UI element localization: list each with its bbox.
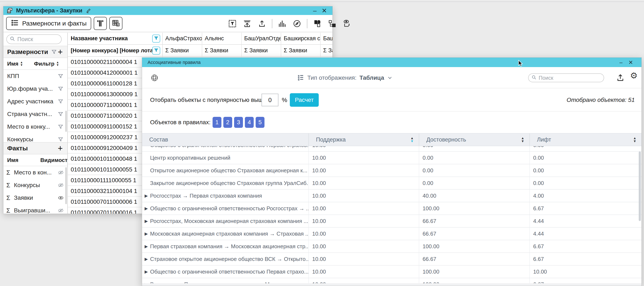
sidebar-search-input[interactable] — [17, 36, 58, 43]
filter-icon[interactable] — [58, 124, 64, 130]
expander-icon[interactable]: ▶ — [144, 193, 148, 198]
add-dimension-button[interactable]: + — [58, 48, 63, 56]
dimension-item[interactable]: КПП — [4, 70, 67, 82]
rule-row[interactable]: ▶ Росгосстрах → Первая страховая компани… — [142, 190, 642, 202]
rule-row[interactable]: ▶ Первая страховая компания → Московская… — [142, 240, 642, 253]
copy-documents-icon[interactable] — [312, 19, 322, 28]
rule-composition-cell[interactable]: ▶ Росгосстрах, Московская акционерная ст… — [142, 215, 308, 227]
measure-column-header[interactable]: Σ Заявки — [163, 45, 202, 57]
dimensions-section-header[interactable]: Размерности + — [4, 46, 67, 58]
rule-row[interactable]: ▶ Общество с ограниченной ответственност… — [142, 266, 642, 278]
column-filter-button[interactable] — [152, 34, 160, 43]
measure-column-header[interactable]: Σ Заявки — [202, 45, 242, 57]
rules-table-hscrollbar[interactable] — [142, 283, 642, 286]
main-titlebar[interactable]: Мультисфера - Закупки – ✕ — [4, 6, 332, 15]
eye-off-icon[interactable] — [58, 182, 64, 188]
import-icon[interactable] — [242, 19, 252, 28]
filter-icon[interactable] — [58, 98, 64, 104]
rule-size-button[interactable]: 1 — [212, 117, 222, 128]
rule-composition-cell[interactable]: ▶ Страховое открытое акционерное обществ… — [142, 253, 308, 265]
company-column-header[interactable]: Баш — [321, 33, 332, 45]
dimension-item[interactable]: Юр.форма уча... — [4, 82, 67, 95]
sort-icons[interactable]: ▲ ▼ — [410, 136, 414, 143]
export-icon[interactable] — [257, 19, 267, 28]
dimension-item[interactable]: Конкурсы — [4, 133, 67, 142]
dialog-titlebar[interactable]: Ассоциативные правила – ✕ — [142, 58, 642, 67]
measure-column-header[interactable]: Σ Заявки — [281, 45, 321, 57]
rule-row[interactable]: ▶ Общество с ограниченной ответственност… — [142, 202, 642, 215]
dialog-search[interactable] — [528, 73, 604, 82]
dims-col-filter[interactable]: Фильтр — [34, 60, 54, 67]
chart-icon[interactable] — [277, 19, 287, 28]
fact-item[interactable]: Σ Выигравши... — [4, 204, 67, 214]
row-header-bottom-cell[interactable]: [Номер конкурса] [Номер лота] — [68, 45, 163, 57]
company-column-header[interactable]: БашУралОтдел — [242, 33, 281, 45]
rules-column-header[interactable]: Состав — [142, 134, 308, 146]
filter-icon[interactable] — [58, 136, 64, 142]
rule-row[interactable]: ▶ Московская акционерная страховая компа… — [142, 228, 642, 240]
graph-view-icon[interactable] — [150, 74, 158, 82]
rules-column-header[interactable]: Поддержка ▲ ▼ — [308, 134, 419, 146]
rule-row[interactable]: Центр корпоративных решений 10.00 0.00 0… — [142, 152, 642, 164]
observe-icon[interactable] — [342, 19, 352, 28]
expander-icon[interactable]: ▶ — [144, 231, 148, 236]
fact-item[interactable]: Σ Заявки — [4, 192, 67, 204]
rule-size-button[interactable]: 2 — [223, 117, 232, 128]
company-column-header[interactable]: Башкирская ст — [281, 33, 321, 45]
dialog-minimize-button[interactable]: – — [616, 60, 626, 65]
rule-composition-cell[interactable]: Открытое акционерное общество Страховая … — [142, 164, 308, 177]
company-column-header[interactable]: АльфаСтрахов — [163, 33, 202, 45]
dialog-close-button[interactable]: ✕ — [626, 60, 636, 65]
dimension-item[interactable]: Место в конку... — [4, 120, 67, 133]
rule-row[interactable]: Закрытое акционерное общество Страховая … — [142, 177, 642, 190]
rule-composition-cell[interactable]: ▶ Первая страховая компания → Московская… — [142, 240, 308, 253]
facts-section-header[interactable]: Факты + — [4, 142, 67, 154]
dialog-search-input[interactable] — [539, 75, 601, 81]
fact-item[interactable]: Σ Конкурсы — [4, 179, 67, 192]
rules-table-scrollbar[interactable] — [639, 151, 641, 221]
expander-icon[interactable]: ▶ — [144, 219, 148, 224]
dimensions-scrollbar[interactable] — [65, 111, 67, 132]
expander-icon[interactable]: ▶ — [144, 269, 148, 274]
filter-selection-icon[interactable] — [228, 19, 237, 28]
eye-off-icon[interactable] — [58, 169, 64, 176]
facts-col-name[interactable]: Имя — [7, 157, 18, 163]
expander-icon[interactable]: ▶ — [144, 244, 148, 249]
rule-row[interactable]: Общество с ограниченной ответственностью… — [142, 146, 642, 152]
add-fact-button[interactable]: + — [58, 144, 63, 152]
popularity-threshold-input[interactable] — [262, 94, 278, 106]
dims-col-name[interactable]: Имя — [7, 60, 18, 67]
rule-composition-cell[interactable]: Закрытое акционерное общество Страховая … — [142, 177, 308, 189]
rule-row[interactable]: ▶ Страховое открытое акционерное обществ… — [142, 253, 642, 266]
sort-icons[interactable]: ▲ ▼ — [633, 136, 636, 143]
calculate-button[interactable]: Расчет — [290, 93, 319, 107]
sort-icons[interactable]: ▲▼ — [56, 61, 59, 66]
filter-icon[interactable] — [58, 73, 64, 79]
rule-composition-cell[interactable]: ▶ Московская акционерная страховая компа… — [142, 228, 308, 240]
minimize-button[interactable]: – — [310, 7, 319, 14]
expander-icon[interactable]: ▶ — [144, 282, 148, 283]
fact-item[interactable]: Σ Место в кон... — [4, 166, 67, 179]
dialog-export-icon[interactable] — [616, 73, 625, 82]
rule-row[interactable]: ▶ Росгосстрах, Московская акционерная ст… — [142, 215, 642, 228]
rules-column-header[interactable]: Лифт ▲ ▼ — [530, 134, 642, 146]
dimension-item[interactable]: Адрес участника — [4, 95, 67, 108]
sidebar-search[interactable] — [6, 34, 62, 44]
eye-icon[interactable] — [58, 195, 64, 201]
rule-composition-cell[interactable]: ▶ Росгосстрах → Первая страховая компани… — [142, 190, 308, 202]
display-type-dropdown[interactable]: Тип отображения: Таблица — [297, 67, 392, 88]
rule-row[interactable]: Открытое акционерное общество Страховая … — [142, 164, 642, 177]
filter-icon[interactable] — [58, 111, 64, 117]
row-header-top-cell[interactable]: Название участника — [68, 33, 163, 45]
facts-scrollbar[interactable] — [65, 167, 67, 204]
sort-icons[interactable]: ▲ ▼ — [521, 136, 524, 143]
dimensions-facts-button[interactable]: Размерности и факты — [6, 17, 91, 30]
compass-icon[interactable] — [292, 19, 302, 28]
rules-column-header[interactable]: Достоверность ▲ ▼ — [419, 134, 530, 146]
sort-icons[interactable]: ▲▼ — [20, 61, 23, 66]
hierarchy-icon[interactable] — [327, 19, 337, 28]
rule-size-button[interactable]: 3 — [234, 117, 243, 128]
rename-icon[interactable] — [86, 8, 91, 13]
column-filter-button[interactable] — [152, 47, 160, 55]
company-column-header[interactable]: Альянс — [202, 33, 242, 45]
